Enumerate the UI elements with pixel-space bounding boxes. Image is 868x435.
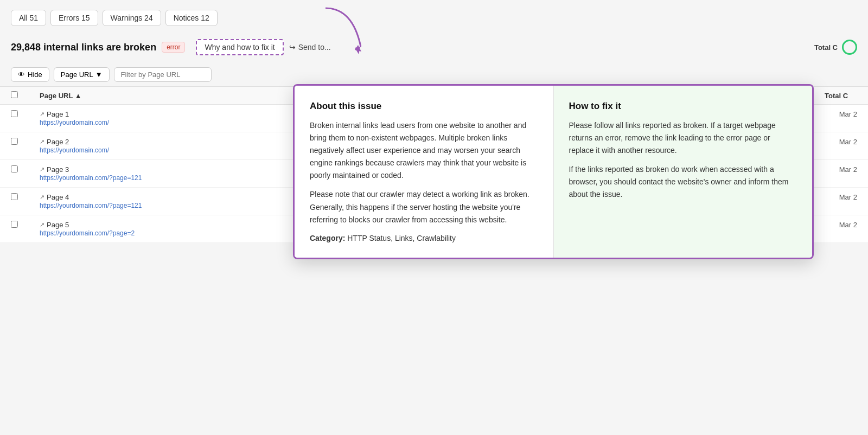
- popup-category-value: HTTP Status, Links, Crawlability: [347, 234, 456, 242]
- popup-left-content: Broken internal links lead users from on…: [310, 119, 538, 226]
- row-checkbox[interactable]: [11, 138, 18, 145]
- date-value: Mar 2: [814, 160, 868, 188]
- table-controls: 👁 Hide Page URL ▼: [0, 63, 868, 86]
- page-url-link[interactable]: https://yourdomain.com/: [40, 146, 109, 154]
- popup-paragraph-1: Broken internal links lead users from on…: [310, 119, 538, 182]
- popup-right-title: How to fix it: [569, 101, 797, 112]
- row-checkbox[interactable]: [11, 165, 18, 172]
- page-name-text: Page 1: [47, 110, 69, 118]
- select-all-checkbox[interactable]: [11, 91, 18, 98]
- date-value: Mar 2: [814, 188, 868, 215]
- row-checkbox[interactable]: [11, 193, 18, 200]
- chevron-down-icon: ▼: [95, 71, 103, 79]
- popup-fix-paragraph-2: If the links reported as broken do work …: [569, 163, 797, 201]
- popup-left-panel: About this issue Broken internal links l…: [295, 86, 554, 258]
- external-link-icon: ↗: [40, 221, 44, 228]
- page-url-dropdown[interactable]: Page URL ▼: [54, 67, 110, 82]
- page-name-text: Page 3: [47, 165, 69, 174]
- page-name-text: Page 4: [47, 193, 69, 201]
- total-circle-icon: [842, 40, 857, 55]
- issue-header: 29,848 internal links are broken error W…: [0, 34, 868, 63]
- select-all-header: [0, 87, 29, 105]
- total-c-column-header: Total C: [814, 87, 868, 105]
- external-link-icon: ↗: [40, 194, 44, 201]
- filter-warnings-button[interactable]: Warnings 24: [103, 10, 161, 26]
- popup-fix-paragraph-1: Please follow all links reported as brok…: [569, 119, 797, 157]
- page-name-text: Page 5: [47, 221, 69, 229]
- filter-all-button[interactable]: All 51: [11, 10, 46, 26]
- why-fix-popup: About this issue Broken internal links l…: [293, 84, 814, 259]
- issue-title: 29,848 internal links are broken: [11, 42, 156, 53]
- page-url-link[interactable]: https://yourdomain.com/?page=121: [40, 174, 142, 182]
- filter-errors-button[interactable]: Errors 15: [50, 10, 98, 26]
- error-badge: error: [162, 42, 185, 53]
- hide-button[interactable]: 👁 Hide: [11, 67, 49, 82]
- total-column-label: Total C: [814, 43, 838, 52]
- send-to-button[interactable]: ↪ Send to...: [289, 43, 331, 52]
- popup-category-label: Category:: [310, 234, 345, 242]
- external-link-icon: ↗: [40, 138, 44, 145]
- external-link-icon: ↗: [40, 166, 44, 173]
- external-link-icon: ↗: [40, 111, 44, 118]
- popup-right-content: Please follow all links reported as brok…: [569, 119, 797, 201]
- popup-left-title: About this issue: [310, 101, 538, 112]
- row-checkbox[interactable]: [11, 221, 18, 228]
- popup-paragraph-2: Please note that our crawler may detect …: [310, 188, 538, 226]
- row-checkbox[interactable]: [11, 110, 18, 117]
- filter-notices-button[interactable]: Notices 12: [165, 10, 218, 26]
- page-url-link[interactable]: https://yourdomain.com/?page=121: [40, 202, 142, 209]
- date-value: Mar 2: [814, 105, 868, 132]
- page-wrapper: All 51 Errors 15 Warnings 24 Notices 12 …: [0, 0, 868, 435]
- page-url-link[interactable]: https://yourdomain.com/: [40, 119, 109, 126]
- why-fix-button[interactable]: Why and how to fix it: [196, 39, 283, 55]
- send-to-icon: ↪: [289, 43, 296, 52]
- page-url-link[interactable]: https://yourdomain.com/?page=2: [40, 229, 135, 237]
- popup-right-panel: How to fix it Please follow all links re…: [554, 86, 813, 258]
- page-name-text: Page 2: [47, 138, 69, 146]
- eye-icon: 👁: [18, 71, 25, 79]
- date-value: Mar 2: [814, 132, 868, 160]
- popup-category: Category: HTTP Status, Links, Crawlabili…: [310, 234, 538, 242]
- filter-input[interactable]: [114, 67, 212, 82]
- filter-bar: All 51 Errors 15 Warnings 24 Notices 12: [0, 0, 868, 34]
- date-value: Mar 2: [814, 215, 868, 243]
